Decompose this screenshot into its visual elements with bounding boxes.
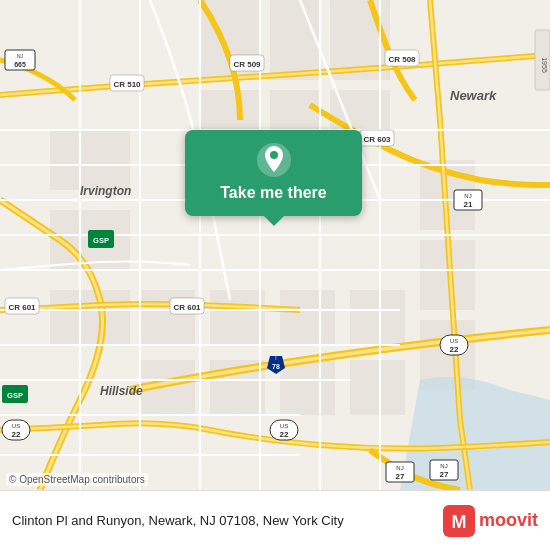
svg-rect-10 [50,130,130,190]
svg-text:CR 601: CR 601 [173,303,201,312]
svg-text:US: US [280,423,288,429]
svg-text:CR 601: CR 601 [8,303,36,312]
svg-rect-17 [280,290,335,345]
svg-text:27: 27 [396,472,405,481]
svg-text:M: M [451,512,466,532]
svg-text:CR 603: CR 603 [363,135,391,144]
moovit-icon: M [443,505,475,537]
svg-text:27: 27 [440,470,449,479]
svg-text:NJ: NJ [396,465,403,471]
svg-text:NJ: NJ [440,463,447,469]
svg-text:Hillside: Hillside [100,384,143,398]
svg-rect-12 [50,290,130,345]
footer-address: Clinton Pl and Runyon, Newark, NJ 07108,… [12,513,443,528]
svg-text:US: US [450,338,458,344]
map-popup[interactable]: Take me there [185,130,362,216]
osm-credit: © OpenStreetMap contributors [6,473,148,486]
svg-rect-5 [270,0,320,80]
moovit-logo: M moovit [443,505,538,537]
map-roads: CR 510 CR 509 CR 508 CR 603 NJ 21 78 I U… [0,0,550,490]
svg-text:22: 22 [280,430,289,439]
svg-text:78: 78 [272,363,280,370]
location-pin-icon [256,142,292,178]
svg-rect-20 [350,360,405,415]
svg-text:CR 509: CR 509 [233,60,261,69]
svg-text:Newark: Newark [450,88,497,103]
footer: Clinton Pl and Runyon, Newark, NJ 07108,… [0,490,550,550]
svg-text:1955: 1955 [541,57,548,73]
svg-text:21: 21 [464,200,473,209]
popup-label: Take me there [220,184,326,202]
svg-rect-19 [350,290,405,345]
svg-text:22: 22 [12,430,21,439]
svg-rect-15 [210,290,265,345]
svg-text:CR 510: CR 510 [113,80,141,89]
svg-text:665: 665 [14,61,26,68]
svg-text:22: 22 [450,345,459,354]
svg-text:Irvington: Irvington [80,184,131,198]
moovit-label: moovit [479,510,538,531]
svg-text:GSP: GSP [7,391,23,400]
svg-rect-18 [280,360,335,415]
svg-text:I: I [275,355,276,361]
svg-text:CR 508: CR 508 [388,55,416,64]
svg-point-85 [270,151,278,159]
svg-text:US: US [12,423,20,429]
svg-text:NJ: NJ [464,193,471,199]
map-container: CR 510 CR 509 CR 508 CR 603 NJ 21 78 I U… [0,0,550,490]
svg-text:NJ: NJ [17,53,24,59]
svg-text:GSP: GSP [93,236,109,245]
